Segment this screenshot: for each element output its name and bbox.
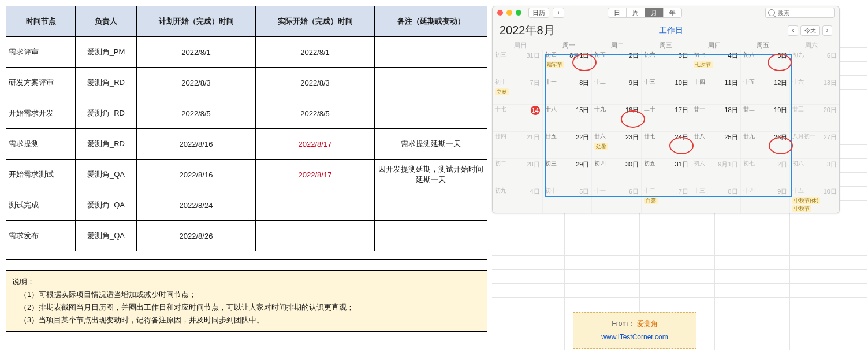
column-header: 备注（延期或变动） (375, 6, 487, 37)
calendar-day[interactable]: 廿五22日 (542, 132, 592, 158)
table-cell: 爱测角_QA (76, 160, 137, 190)
calendar-day[interactable]: 廿三20日 (789, 105, 839, 131)
day-number: 26日 (774, 133, 787, 142)
search-icon (768, 9, 775, 16)
calendar-day[interactable]: 廿一18日 (691, 105, 740, 131)
calendar-day[interactable]: 初十7日立秋 (493, 77, 542, 104)
calendar-day[interactable]: 初八3日 (789, 159, 839, 186)
view-segment[interactable]: 日 周 月 年 (608, 8, 682, 18)
day-number: 2日 (777, 160, 787, 169)
lunar-label: 初十 (495, 79, 506, 87)
view-month[interactable]: 月 (645, 8, 663, 17)
column-header: 负责人 (76, 6, 137, 37)
day-number: 23日 (625, 133, 639, 142)
dow-label: 周二 (593, 42, 642, 50)
table-cell: 因开发提测延期，测试开始时间延期一天 (375, 160, 487, 190)
calendar-day[interactable]: 初九6日 (789, 50, 839, 77)
notes-line: （2）排期表截图当月日历图，并圈出工作日和对应时间节点，可以让大家对时间排期的认… (12, 301, 481, 314)
calendar-day[interactable]: 十二9日 (591, 77, 641, 104)
lunar-label: 廿九 (743, 133, 755, 142)
calendar-day[interactable]: 初六3日 (641, 50, 691, 77)
view-day[interactable]: 日 (608, 8, 626, 17)
calendar-day[interactable]: 十一6日 (591, 186, 641, 213)
search-field[interactable] (765, 8, 835, 18)
calendar-day[interactable]: 十三10日 (641, 77, 691, 104)
day-number: 29日 (576, 160, 589, 169)
lunar-label: 二十 (644, 106, 655, 114)
calendar-day[interactable]: 十四9日 (740, 186, 790, 213)
table-cell (6, 251, 487, 260)
calendar-day[interactable]: 十八15日 (542, 105, 592, 131)
add-button[interactable]: + (553, 8, 564, 18)
calendar-day[interactable]: 十六13日 (789, 77, 839, 104)
day-number: 15日 (576, 106, 589, 114)
next-month-button[interactable]: › (822, 25, 832, 36)
calendar-day[interactable]: 初九4日 (493, 186, 542, 213)
calendar-day[interactable]: 初七4日七夕节 (691, 50, 740, 77)
calendar-day[interactable]: 十五12日 (740, 77, 790, 104)
column-header: 时间节点 (6, 6, 76, 37)
calendar-day[interactable]: 廿四21日 (493, 132, 542, 158)
calendar-day[interactable]: 十五10日中秋节(休)中秋节 (789, 186, 839, 213)
calendar-day[interactable]: 初二28日 (493, 159, 542, 186)
calendar-day[interactable]: 十二7日白露 (641, 186, 691, 213)
lunar-label: 初九 (792, 51, 804, 60)
calendar-day[interactable]: 廿六23日处暑 (591, 132, 641, 158)
calendar-day[interactable]: 初六9月1日 (691, 159, 740, 186)
calendar-day[interactable]: 初八5日 (740, 50, 790, 77)
calendar-day[interactable]: 廿二19日 (740, 105, 790, 131)
lunar-label: 初八 (792, 160, 804, 169)
lunar-label: 初八 (743, 51, 755, 60)
view-year[interactable]: 年 (663, 8, 681, 17)
calendar-day[interactable]: 十七14 (493, 105, 542, 131)
calendar-day[interactable]: 初七2日 (740, 159, 790, 186)
calendar-day[interactable]: 廿八25日 (691, 132, 740, 158)
calendar-day[interactable]: 初四8月1日建军节 (542, 50, 592, 77)
calendar-day[interactable]: 八月初一27日 (789, 132, 839, 158)
calendar-day[interactable]: 十三8日 (691, 186, 740, 213)
lunar-label: 廿二 (743, 106, 755, 114)
calendar-event: 立秋 (495, 88, 509, 95)
prev-month-button[interactable]: ‹ (788, 25, 798, 36)
lunar-label: 初六 (694, 160, 705, 169)
calendar-day[interactable]: 初十5日 (542, 186, 592, 213)
calendar-label[interactable]: 日历 (528, 8, 549, 18)
day-number: 8月1日 (569, 51, 589, 60)
table-row: 需求评审爱测角_PM2022/8/12022/8/1 (6, 37, 487, 68)
minimize-icon[interactable] (506, 10, 512, 16)
calendar-day[interactable]: 十一8日 (542, 77, 592, 104)
day-number: 4日 (530, 187, 540, 196)
view-week[interactable]: 周 (626, 8, 645, 17)
calendar-day[interactable]: 初五31日 (641, 159, 691, 186)
calendar-day[interactable]: 初三31日 (493, 50, 542, 77)
lunar-label: 初七 (743, 160, 755, 169)
attribution-link[interactable]: www.iTestCorner.com (601, 333, 668, 341)
table-row: 需求提测爱测角_RD2022/8/162022/8/17需求提测延期一天 (6, 129, 487, 160)
maximize-icon[interactable] (516, 10, 521, 16)
calendar-day[interactable]: 二十17日 (641, 105, 691, 131)
calendar-day[interactable]: 十九16日 (591, 105, 641, 131)
calendar-day[interactable]: 廿九26日 (740, 132, 790, 158)
day-number: 9日 (777, 187, 787, 196)
calendar-day[interactable]: 初五2日 (591, 50, 641, 77)
table-cell: 爱测角_RD (76, 98, 137, 129)
calendar-event: 建军节 (545, 61, 564, 68)
calendar-day[interactable]: 廿七24日 (641, 132, 691, 158)
day-number: 31日 (526, 51, 539, 60)
table-cell: 开始需求测试 (6, 160, 76, 190)
search-input[interactable] (777, 8, 825, 17)
table-cell: 需求发布 (6, 221, 76, 251)
calendar-day[interactable]: 初四30日 (591, 159, 641, 186)
today-button[interactable]: 今天 (800, 25, 820, 36)
table-row: 开始需求开发爱测角_RD2022/8/52022/8/5 (6, 98, 487, 129)
calendar-day[interactable]: 十四11日 (691, 77, 740, 104)
table-row: 研发方案评审爱测角_RD2022/8/32022/8/3 (6, 68, 487, 98)
calendar-day[interactable]: 初三29日 (542, 159, 592, 186)
table-cell: 2022/8/5 (256, 98, 375, 129)
dow-label: 周日 (496, 42, 545, 50)
day-number: 18日 (724, 106, 737, 114)
notes-box: 说明： （1）可根据实际项目情况适当增加或减少时间节点； （2）排期表截图当月日… (6, 270, 487, 332)
close-icon[interactable] (497, 10, 503, 16)
table-cell: 爱测角_QA (76, 221, 137, 251)
lunar-label: 廿六 (594, 133, 606, 142)
